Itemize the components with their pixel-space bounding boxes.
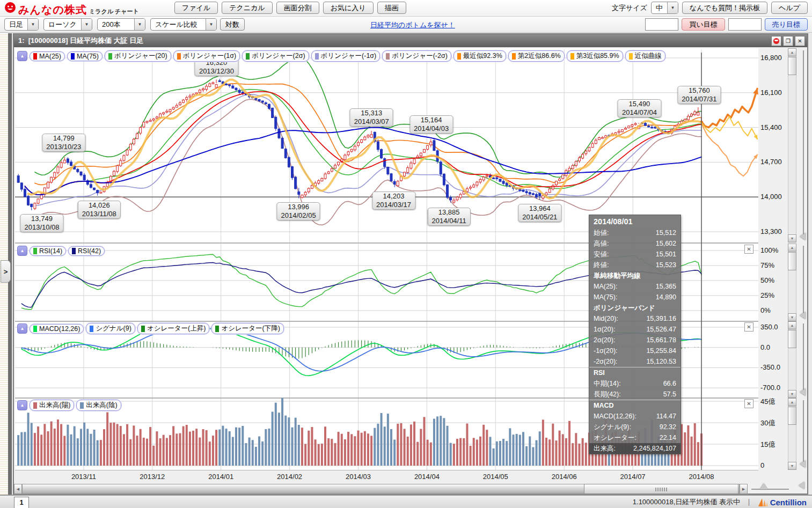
x-axis-tick-label: 2014/03 xyxy=(346,473,371,481)
hzoom-slider-handle[interactable] xyxy=(760,483,767,489)
select-candle-type[interactable]: ローソク▼ xyxy=(43,18,92,31)
collapse-pane-button[interactable]: ▲ xyxy=(17,323,27,334)
close-rsi-pane-button[interactable]: ✕ xyxy=(744,245,754,254)
campaign-link[interactable]: 日経平均のボトムを探せ！ xyxy=(370,20,455,30)
rsi-legend: ▲RSI(14)RSI(42) xyxy=(17,246,105,256)
legend-button[interactable]: ボリンジャー(-2σ) xyxy=(382,50,451,62)
select-bar-count[interactable]: 200本▼ xyxy=(97,18,145,31)
resize-corner-handle[interactable] xyxy=(799,482,804,489)
legend-button[interactable]: シグナル(9) xyxy=(86,323,135,334)
legend-button[interactable]: 出来高(陽) xyxy=(30,400,74,411)
scroll-down-arrow[interactable]: ▼ xyxy=(788,462,796,470)
tooltip-row-label: 2σ(20): xyxy=(594,336,615,344)
sell-target-button[interactable]: 売り目標 xyxy=(765,18,808,31)
close-volume-pane-button[interactable]: ✕ xyxy=(744,399,754,408)
menu-button-1[interactable]: ファイル xyxy=(174,2,218,14)
legend-button[interactable]: 最近似92.3% xyxy=(453,50,506,62)
collapse-pane-button[interactable]: ▲ xyxy=(17,246,27,256)
axis-tick-label: 0 xyxy=(760,461,764,469)
close-macd-pane-button[interactable]: ✕ xyxy=(744,322,754,332)
scroll-up-arrow[interactable]: ▲ xyxy=(788,321,796,329)
zoom-slider-handle[interactable] xyxy=(800,460,806,468)
legend-button[interactable]: 第3近似85.9% xyxy=(567,50,623,62)
font-size-select[interactable]: 中 ▼ xyxy=(651,2,678,14)
legend-button[interactable]: 近似曲線 xyxy=(625,50,665,62)
chevron-down-icon[interactable]: ▼ xyxy=(667,2,678,13)
scrollbar-track[interactable] xyxy=(788,48,796,242)
select-period[interactable]: 日足▼ xyxy=(4,18,39,31)
close-window-icon[interactable]: ✕ xyxy=(795,36,805,46)
zoom-slider-handle[interactable] xyxy=(800,233,806,240)
collapse-pane-button[interactable]: ▲ xyxy=(17,51,27,61)
menu-button-4[interactable]: お気に入り xyxy=(323,2,374,14)
chevron-down-icon[interactable]: ▼ xyxy=(27,19,38,30)
legend-label: RSI(42) xyxy=(78,247,101,255)
scroll-down-arrow[interactable]: ▼ xyxy=(788,234,796,242)
menu-button-2[interactable]: テクニカル xyxy=(222,2,273,14)
help-button[interactable]: ヘルプ xyxy=(771,2,808,14)
zoom-slider-handle[interactable] xyxy=(800,312,806,319)
hscroll-thumb[interactable] xyxy=(584,484,738,494)
legend-swatch xyxy=(33,326,37,332)
qa-board-button[interactable]: なんでも質問！掲示板 xyxy=(682,2,767,14)
x-axis-tick-label: 2014/01 xyxy=(208,473,233,481)
zoom-slider-handle[interactable] xyxy=(800,388,806,396)
legend-button[interactable]: オシレーター(下降) xyxy=(211,323,284,334)
scroll-up-arrow[interactable]: ▲ xyxy=(788,398,796,406)
app-logo: みんなの株式 ミラクル チャート xyxy=(4,2,139,17)
scroll-up-arrow[interactable]: ▲ xyxy=(788,244,796,252)
axis-tick-label: 350.0 xyxy=(760,323,778,331)
legend-button[interactable]: ボリンジャー(1σ) xyxy=(173,50,240,62)
legend-swatch xyxy=(33,402,37,409)
buy-target-input[interactable] xyxy=(645,18,678,31)
tooltip-row-value: 15,526.47 xyxy=(646,326,676,333)
scrollbar-thumb[interactable] xyxy=(788,407,796,425)
tooltip-row: 安値:15,501 xyxy=(589,249,681,260)
scroll-up-arrow[interactable]: ▲ xyxy=(788,48,796,56)
legend-button[interactable]: RSI(42) xyxy=(68,246,105,256)
select-scale-compare-value: スケール比較 xyxy=(151,20,206,30)
hscroll-left-arrow[interactable]: ◀ xyxy=(14,484,22,494)
menu-button-5[interactable]: 描画 xyxy=(377,2,406,14)
tooltip-row: 1σ(20):15,526.47 xyxy=(589,324,681,335)
legend-button[interactable]: MA(75) xyxy=(67,51,103,61)
legend-button[interactable]: オシレーター(上昇) xyxy=(137,323,210,334)
sell-target-input[interactable] xyxy=(728,18,762,31)
legend-button[interactable]: MA(25) xyxy=(30,51,65,61)
scrollbar-thumb[interactable] xyxy=(788,57,796,75)
legend-button[interactable]: ボリンジャー(2σ) xyxy=(242,50,309,62)
tooltip-row: MA(75):14,890 xyxy=(589,292,681,303)
scrollbar-thumb[interactable] xyxy=(788,252,796,270)
chevron-down-icon[interactable]: ▼ xyxy=(134,19,145,30)
menu-button-3[interactable]: 画面分割 xyxy=(276,2,319,14)
hscroll-grip xyxy=(655,488,667,491)
expand-panel-button[interactable]: > xyxy=(1,260,11,283)
legend-swatch xyxy=(108,53,112,60)
chevron-down-icon[interactable]: ▼ xyxy=(206,19,216,30)
log-scale-button[interactable]: 対数 xyxy=(220,18,245,31)
tooltip-row-label: -2σ(20): xyxy=(594,358,618,365)
legend-button[interactable]: RSI(14) xyxy=(30,246,66,256)
tooltip-row: 2σ(20):15,661.78 xyxy=(589,335,681,345)
legend-button[interactable]: ボリンジャー(20) xyxy=(105,50,171,62)
tooltip-row-label: 始値: xyxy=(594,229,609,238)
page-tab-1[interactable]: 1 xyxy=(14,497,29,508)
collapse-pane-button[interactable]: ▲ xyxy=(17,400,27,410)
tooltip-row-value: 15,501 xyxy=(656,251,676,258)
scroll-down-arrow[interactable]: ▼ xyxy=(788,313,796,321)
buy-target-button[interactable]: 買い目標 xyxy=(682,18,725,31)
select-scale-compare[interactable]: スケール比較▼ xyxy=(150,18,217,31)
scrollbar-thumb[interactable] xyxy=(788,330,796,348)
legend-button[interactable]: 出来高(陰) xyxy=(76,400,121,411)
restore-window-icon[interactable]: ❐ xyxy=(783,36,793,46)
legend-button[interactable]: 第2近似86.6% xyxy=(508,50,565,62)
scroll-down-arrow[interactable]: ▼ xyxy=(788,390,796,398)
tooltip-row: MACD(12,26):114.47 xyxy=(589,411,681,422)
chevron-down-icon[interactable]: ▼ xyxy=(81,19,92,30)
hscroll-right-arrow[interactable]: ▶ xyxy=(740,484,748,494)
toolbar-selects: 日足▼ローソク▼200本▼スケール比較▼ xyxy=(4,18,217,31)
legend-button[interactable]: MACD(12,26) xyxy=(30,324,84,334)
axis-tick-label: 100% xyxy=(760,246,778,254)
legend-button[interactable]: ボリンジャー(-1σ) xyxy=(311,50,381,62)
window-titlebar[interactable]: 1: [100000018] 日経平均株価 大証 日足 ❐ ✕ xyxy=(14,34,807,47)
